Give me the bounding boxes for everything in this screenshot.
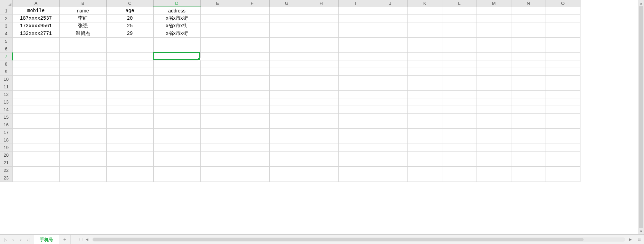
cell-A18[interactable] bbox=[12, 136, 59, 144]
cell-F3[interactable] bbox=[235, 22, 269, 30]
cell-C11[interactable] bbox=[106, 83, 153, 90]
cell-O19[interactable] bbox=[546, 144, 580, 151]
cell-H13[interactable] bbox=[304, 98, 338, 106]
row-header-17[interactable]: 17 bbox=[0, 128, 12, 136]
cell-B7[interactable] bbox=[59, 52, 106, 60]
cell-K4[interactable] bbox=[407, 30, 442, 37]
cell-C6[interactable] bbox=[106, 45, 153, 52]
column-header-G[interactable]: G bbox=[269, 0, 304, 7]
cell-E15[interactable] bbox=[200, 113, 235, 121]
cell-B5[interactable] bbox=[59, 37, 106, 45]
cell-F10[interactable] bbox=[235, 75, 269, 83]
cell-M16[interactable] bbox=[477, 121, 511, 128]
cell-G4[interactable] bbox=[269, 30, 304, 37]
cell-L12[interactable] bbox=[442, 90, 477, 98]
cell-H10[interactable] bbox=[304, 75, 338, 83]
cell-J3[interactable] bbox=[373, 22, 407, 30]
cell-M22[interactable] bbox=[477, 166, 511, 174]
cell-B8[interactable] bbox=[59, 60, 106, 68]
cell-H11[interactable] bbox=[304, 83, 338, 90]
cell-K3[interactable] bbox=[407, 22, 442, 30]
cell-K21[interactable] bbox=[407, 159, 442, 166]
cell-A3[interactable]: 173xxxx9561 bbox=[12, 22, 59, 30]
cell-F6[interactable] bbox=[235, 45, 269, 52]
cell-D3[interactable]: x省x市x街 bbox=[153, 22, 200, 30]
cell-N9[interactable] bbox=[511, 68, 546, 75]
row-header-22[interactable]: 22 bbox=[0, 166, 12, 174]
cell-I11[interactable] bbox=[338, 83, 373, 90]
cell-O15[interactable] bbox=[546, 113, 580, 121]
cell-M13[interactable] bbox=[477, 98, 511, 106]
cell-B21[interactable] bbox=[59, 159, 106, 166]
cell-N3[interactable] bbox=[511, 22, 546, 30]
cell-B13[interactable] bbox=[59, 98, 106, 106]
cell-L16[interactable] bbox=[442, 121, 477, 128]
cell-B20[interactable] bbox=[59, 151, 106, 159]
cell-I23[interactable] bbox=[338, 174, 373, 182]
cell-I1[interactable] bbox=[338, 7, 373, 14]
cell-E7[interactable] bbox=[200, 52, 235, 60]
cell-G18[interactable] bbox=[269, 136, 304, 144]
cell-O11[interactable] bbox=[546, 83, 580, 90]
cell-J20[interactable] bbox=[373, 151, 407, 159]
cell-K8[interactable] bbox=[407, 60, 442, 68]
cell-I21[interactable] bbox=[338, 159, 373, 166]
cell-H14[interactable] bbox=[304, 106, 338, 113]
cell-I20[interactable] bbox=[338, 151, 373, 159]
cell-L11[interactable] bbox=[442, 83, 477, 90]
cell-A21[interactable] bbox=[12, 159, 59, 166]
cell-C9[interactable] bbox=[106, 68, 153, 75]
cell-L21[interactable] bbox=[442, 159, 477, 166]
row-header-7[interactable]: 7 bbox=[0, 52, 12, 60]
cell-J22[interactable] bbox=[373, 166, 407, 174]
cell-K19[interactable] bbox=[407, 144, 442, 151]
cell-G1[interactable] bbox=[269, 7, 304, 14]
cell-H16[interactable] bbox=[304, 121, 338, 128]
cell-L2[interactable] bbox=[442, 14, 477, 22]
cell-A14[interactable] bbox=[12, 106, 59, 113]
cell-I10[interactable] bbox=[338, 75, 373, 83]
cell-G8[interactable] bbox=[269, 60, 304, 68]
cell-B10[interactable] bbox=[59, 75, 106, 83]
cell-F19[interactable] bbox=[235, 144, 269, 151]
cell-B18[interactable] bbox=[59, 136, 106, 144]
cell-I7[interactable] bbox=[338, 52, 373, 60]
cell-C3[interactable]: 25 bbox=[106, 22, 153, 30]
cell-N12[interactable] bbox=[511, 90, 546, 98]
cell-H1[interactable] bbox=[304, 7, 338, 14]
cell-L8[interactable] bbox=[442, 60, 477, 68]
cell-F20[interactable] bbox=[235, 151, 269, 159]
cell-A22[interactable] bbox=[12, 166, 59, 174]
cell-K2[interactable] bbox=[407, 14, 442, 22]
add-sheet-button[interactable]: + bbox=[59, 235, 71, 244]
column-header-C[interactable]: C bbox=[106, 0, 153, 7]
cell-H3[interactable] bbox=[304, 22, 338, 30]
cell-G5[interactable] bbox=[269, 37, 304, 45]
cell-M2[interactable] bbox=[477, 14, 511, 22]
cell-O2[interactable] bbox=[546, 14, 580, 22]
cell-F7[interactable] bbox=[235, 52, 269, 60]
row-header-6[interactable]: 6 bbox=[0, 45, 12, 52]
column-header-A[interactable]: A bbox=[12, 0, 59, 7]
cell-M15[interactable] bbox=[477, 113, 511, 121]
cell-M11[interactable] bbox=[477, 83, 511, 90]
cell-O7[interactable] bbox=[546, 52, 580, 60]
cell-F16[interactable] bbox=[235, 121, 269, 128]
cell-C19[interactable] bbox=[106, 144, 153, 151]
cell-O16[interactable] bbox=[546, 121, 580, 128]
cell-J12[interactable] bbox=[373, 90, 407, 98]
cell-N16[interactable] bbox=[511, 121, 546, 128]
cell-K7[interactable] bbox=[407, 52, 442, 60]
cell-J23[interactable] bbox=[373, 174, 407, 182]
cell-N17[interactable] bbox=[511, 128, 546, 136]
cell-K16[interactable] bbox=[407, 121, 442, 128]
nav-first-icon[interactable]: |‹ bbox=[3, 237, 8, 242]
cell-G14[interactable] bbox=[269, 106, 304, 113]
scroll-left-icon[interactable]: ◀ bbox=[85, 237, 89, 242]
cell-E12[interactable] bbox=[200, 90, 235, 98]
cell-E19[interactable] bbox=[200, 144, 235, 151]
cell-J8[interactable] bbox=[373, 60, 407, 68]
cell-J1[interactable] bbox=[373, 7, 407, 14]
cell-O12[interactable] bbox=[546, 90, 580, 98]
cell-L7[interactable] bbox=[442, 52, 477, 60]
